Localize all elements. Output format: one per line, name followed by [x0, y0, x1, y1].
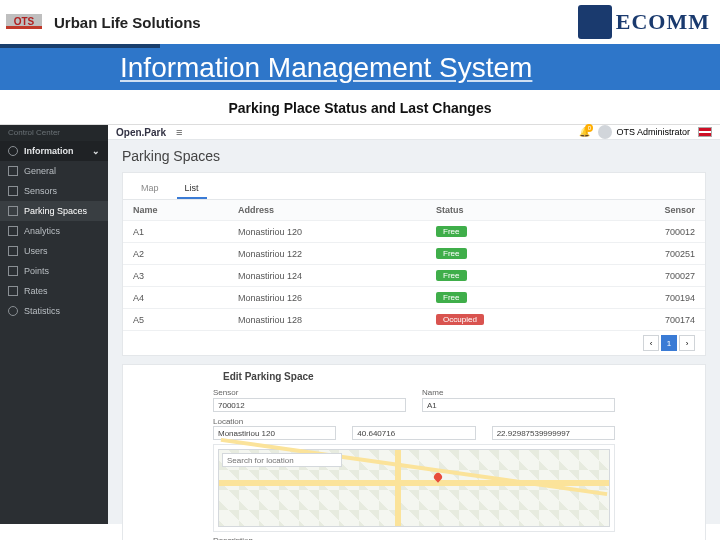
- sidebar-item-points[interactable]: Points: [0, 261, 108, 281]
- cell-name: A5: [123, 309, 228, 331]
- cell-status: Occupied: [426, 309, 586, 331]
- cell-status: Free: [426, 265, 586, 287]
- gear-icon: [8, 306, 18, 316]
- page-current[interactable]: 1: [661, 335, 677, 351]
- view-tabs: Map List: [123, 173, 705, 200]
- map[interactable]: [218, 449, 610, 527]
- table-row[interactable]: A2Monastiriou 122Free700251: [123, 243, 705, 265]
- sidebar: Control Center Information ⌄ GeneralSens…: [0, 125, 108, 524]
- user-menu[interactable]: OTS Administrator: [598, 125, 690, 139]
- table-row[interactable]: A3Monastiriou 124Free700027: [123, 265, 705, 287]
- page-next[interactable]: ›: [679, 335, 695, 351]
- square-icon: [8, 246, 18, 256]
- label-description: Description: [213, 536, 615, 540]
- table-row[interactable]: A4Monastiriou 126Free700194: [123, 287, 705, 309]
- lng-field[interactable]: [492, 426, 615, 440]
- page-title: Parking Spaces: [108, 140, 720, 172]
- square-icon: [8, 226, 18, 236]
- col-sensor[interactable]: Sensor: [586, 200, 705, 221]
- tab-map[interactable]: Map: [133, 179, 167, 199]
- cell-sensor: 700012: [586, 221, 705, 243]
- ecomm-square-icon: [578, 5, 612, 39]
- cell-status: Free: [426, 287, 586, 309]
- map-road: [221, 438, 608, 496]
- status-badge: Occupied: [436, 314, 484, 325]
- cell-sensor: 700027: [586, 265, 705, 287]
- cell-address: Monastiriou 120: [228, 221, 426, 243]
- square-icon: [8, 166, 18, 176]
- label-location: Location: [213, 417, 243, 426]
- user-name: OTS Administrator: [616, 127, 690, 137]
- notif-badge: 0: [585, 124, 593, 132]
- cell-sensor: 700251: [586, 243, 705, 265]
- sensor-select[interactable]: [213, 398, 406, 412]
- ecomm-logo: ECOMM: [540, 2, 710, 42]
- edit-form-heading: Edit Parking Space: [213, 371, 615, 382]
- square-icon: [8, 186, 18, 196]
- label-sensor: Sensor: [213, 388, 406, 397]
- cell-status: Free: [426, 221, 586, 243]
- square-icon: [8, 266, 18, 276]
- cell-name: A1: [123, 221, 228, 243]
- parking-spaces-table: Name Address Status Sensor A1Monastiriou…: [123, 200, 705, 331]
- sidebar-item-rates[interactable]: Rates: [0, 281, 108, 301]
- cell-sensor: 700194: [586, 287, 705, 309]
- table-row[interactable]: A1Monastiriou 120Free700012: [123, 221, 705, 243]
- sidebar-section-control-center: Control Center: [0, 125, 108, 141]
- sidebar-group-label: Information: [24, 146, 74, 156]
- cell-name: A2: [123, 243, 228, 265]
- topbar: Open.Park ≡ 🔔 0 OTS Administrator: [108, 125, 720, 140]
- notifications-button[interactable]: 🔔 0: [579, 127, 590, 137]
- sidebar-item-label: General: [24, 166, 56, 176]
- parking-spaces-card: Map List Name Address Status Sensor A1Mo…: [122, 172, 706, 356]
- ecomm-text: ECOMM: [616, 9, 710, 35]
- address-field[interactable]: [213, 426, 336, 440]
- sidebar-item-parking-spaces[interactable]: Parking Spaces: [0, 201, 108, 221]
- sidebar-item-label: Points: [24, 266, 49, 276]
- sidebar-item-label: Parking Spaces: [24, 206, 87, 216]
- cell-name: A4: [123, 287, 228, 309]
- slide-header: OTS Urban Life Solutions ECOMM: [0, 0, 720, 44]
- square-icon: [8, 286, 18, 296]
- cell-address: Monastiriou 126: [228, 287, 426, 309]
- label-name: Name: [422, 388, 615, 397]
- app-shell: Control Center Information ⌄ GeneralSens…: [0, 124, 720, 524]
- cell-address: Monastiriou 124: [228, 265, 426, 287]
- company-name: Urban Life Solutions: [54, 14, 201, 31]
- col-status[interactable]: Status: [426, 200, 586, 221]
- avatar-icon: [598, 125, 612, 139]
- sidebar-item-sensors[interactable]: Sensors: [0, 181, 108, 201]
- col-address[interactable]: Address: [228, 200, 426, 221]
- sidebar-item-users[interactable]: Users: [0, 241, 108, 261]
- cell-address: Monastiriou 122: [228, 243, 426, 265]
- sidebar-group-information[interactable]: Information ⌄: [0, 141, 108, 161]
- slide-subtitle: Parking Place Status and Last Changes: [0, 94, 720, 124]
- sidebar-item-general[interactable]: General: [0, 161, 108, 181]
- svg-text:OTS: OTS: [14, 16, 35, 27]
- cell-address: Monastiriou 128: [228, 309, 426, 331]
- edit-parking-space-form: Edit Parking Space Sensor Name Location: [122, 364, 706, 540]
- status-badge: Free: [436, 270, 466, 281]
- info-icon: [8, 146, 18, 156]
- cell-name: A3: [123, 265, 228, 287]
- map-search-input[interactable]: [222, 453, 342, 467]
- cell-sensor: 700174: [586, 309, 705, 331]
- chevron-down-icon: ⌄: [92, 146, 100, 156]
- lat-field[interactable]: [352, 426, 475, 440]
- hamburger-icon[interactable]: ≡: [176, 126, 182, 138]
- cell-status: Free: [426, 243, 586, 265]
- language-flag[interactable]: [698, 127, 712, 137]
- page-prev[interactable]: ‹: [643, 335, 659, 351]
- tab-list[interactable]: List: [177, 179, 207, 199]
- name-field[interactable]: [422, 398, 615, 412]
- title-banner: Information Management System: [0, 48, 720, 90]
- col-name[interactable]: Name: [123, 200, 228, 221]
- sidebar-item-label: Analytics: [24, 226, 60, 236]
- sidebar-group-statistics[interactable]: Statistics: [0, 301, 108, 321]
- slide-title: Information Management System: [120, 52, 720, 84]
- main-panel: Open.Park ≡ 🔔 0 OTS Administrator Parkin…: [108, 125, 720, 524]
- table-row[interactable]: A5Monastiriou 128Occupied700174: [123, 309, 705, 331]
- sidebar-item-label: Rates: [24, 286, 48, 296]
- sidebar-item-analytics[interactable]: Analytics: [0, 221, 108, 241]
- square-icon: [8, 206, 18, 216]
